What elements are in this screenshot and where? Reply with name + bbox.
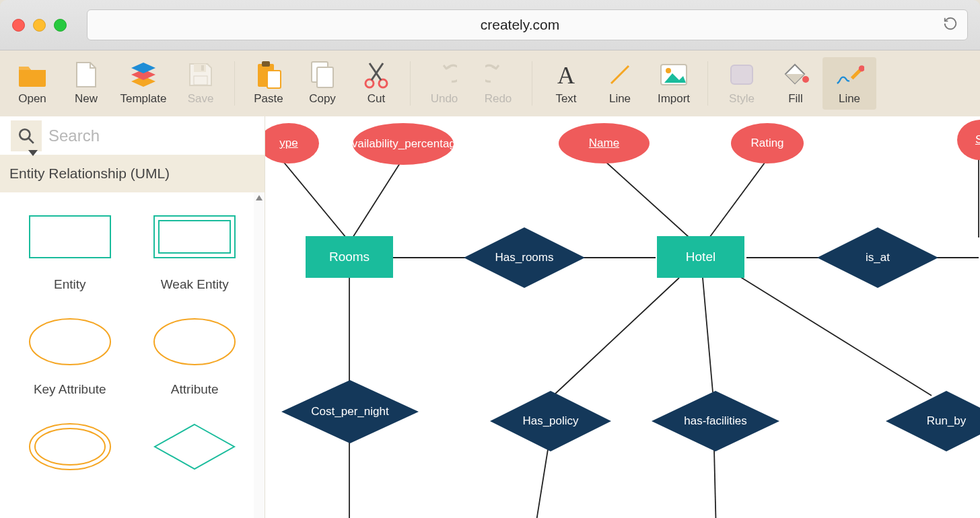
redo-label: Redo	[485, 92, 512, 106]
undo-icon	[429, 61, 459, 88]
paste-icon	[254, 61, 283, 88]
text-icon: A	[551, 61, 581, 88]
import-button[interactable]: Import	[647, 57, 701, 110]
svg-rect-10	[317, 67, 333, 87]
toolbar-separator	[532, 61, 532, 106]
svg-text:A: A	[557, 62, 575, 87]
paste-button[interactable]: Paste	[242, 57, 295, 110]
undo-label: Undo	[431, 92, 458, 106]
svg-rect-27	[154, 216, 235, 258]
toolbar-separator	[234, 61, 235, 106]
svg-marker-33	[155, 424, 234, 469]
svg-line-13	[372, 63, 383, 80]
close-window-button[interactable]	[12, 19, 25, 32]
maximize-window-button[interactable]	[54, 19, 67, 32]
svg-rect-28	[159, 221, 230, 253]
relationship-has-policy[interactable]: Has_policy	[490, 391, 611, 451]
svg-point-21	[802, 76, 809, 83]
shape-attribute[interactable]: Attribute	[136, 315, 254, 397]
shape-multi-attribute[interactable]	[11, 420, 129, 474]
svg-line-36	[604, 160, 689, 237]
palette-scrollbar[interactable]	[254, 192, 265, 518]
svg-point-24	[20, 129, 30, 139]
diagram-canvas[interactable]: ype Availability_percentage Name Rating …	[265, 116, 980, 518]
cut-button[interactable]: Cut	[349, 57, 403, 110]
save-icon	[186, 61, 215, 88]
svg-rect-7	[262, 61, 270, 67]
relationship-has-rooms[interactable]: Has_rooms	[464, 227, 585, 288]
line-style-button[interactable]: Line	[823, 57, 876, 110]
dropdown-notch-icon	[28, 150, 38, 156]
template-label: Template	[120, 92, 167, 106]
shape-relationship[interactable]	[136, 420, 254, 474]
svg-rect-3	[194, 64, 206, 72]
attribute-availability[interactable]: Availability_percentage	[353, 123, 454, 165]
fill-button[interactable]: Fill	[769, 57, 823, 110]
shape-entity-label: Entity	[54, 277, 86, 292]
save-label: Save	[188, 92, 214, 106]
relationship-has-facilities[interactable]: has-facilities	[652, 391, 779, 451]
traffic-lights	[12, 19, 67, 32]
svg-point-32	[35, 429, 105, 465]
entity-rooms[interactable]: Rooms	[306, 236, 393, 278]
import-label: Import	[658, 92, 690, 106]
search-input[interactable]	[48, 126, 254, 145]
copy-icon	[308, 61, 337, 88]
copy-button[interactable]: Copy	[295, 57, 349, 110]
svg-rect-4	[201, 65, 204, 71]
shape-weak-entity-label: Weak Entity	[161, 277, 229, 292]
pencil-line-icon	[835, 61, 864, 88]
svg-line-16	[611, 66, 629, 83]
shape-entity[interactable]: Entity	[11, 210, 129, 292]
svg-line-43	[553, 278, 679, 396]
new-button[interactable]: New	[59, 57, 113, 110]
workspace: Entity Relationship (UML) Entity Weak En…	[0, 116, 980, 518]
shape-key-attribute[interactable]: Key Attribute	[11, 315, 129, 397]
svg-line-45	[736, 274, 932, 396]
url-text: creately.com	[97, 17, 943, 33]
relationship-run-by[interactable]: Run_by	[886, 391, 980, 451]
relationship-cost-per-night[interactable]: Cost_per_night	[281, 380, 419, 443]
toolbar-separator	[707, 61, 708, 106]
minimize-window-button[interactable]	[33, 19, 46, 32]
line-icon	[605, 61, 635, 88]
template-icon	[129, 61, 158, 88]
new-label: New	[75, 92, 98, 106]
fill-label: Fill	[788, 92, 803, 106]
open-button[interactable]: Open	[5, 57, 59, 110]
undo-button[interactable]: Undo	[417, 57, 471, 110]
svg-line-47	[714, 449, 716, 518]
save-button[interactable]: Save	[174, 57, 228, 110]
text-tool-button[interactable]: A Text	[539, 57, 593, 110]
style-icon	[727, 61, 757, 88]
line-tool-button[interactable]: Line	[593, 57, 647, 110]
shape-weak-entity[interactable]: Weak Entity	[136, 210, 254, 292]
cut-label: Cut	[368, 92, 385, 106]
svg-line-44	[703, 278, 713, 392]
line-style-label: Line	[839, 92, 860, 106]
paste-label: Paste	[254, 92, 283, 106]
search-icon[interactable]	[11, 120, 42, 151]
svg-line-35	[353, 163, 400, 237]
open-label: Open	[18, 92, 46, 106]
toolbar: Open New Template Save Paste	[0, 50, 980, 116]
svg-point-18	[666, 68, 671, 73]
svg-line-46	[534, 449, 548, 518]
refresh-icon[interactable]	[943, 16, 958, 34]
url-bar[interactable]: creately.com	[87, 9, 968, 40]
entity-hotel[interactable]: Hotel	[657, 236, 744, 278]
attribute-name[interactable]: Name	[559, 123, 650, 163]
search-row	[0, 116, 265, 155]
diagram-edges	[265, 116, 980, 518]
style-button[interactable]: Style	[715, 57, 769, 110]
scroll-up-icon	[256, 195, 262, 200]
shape-category-header[interactable]: Entity Relationship (UML)	[0, 155, 265, 192]
attribute-rating[interactable]: Rating	[731, 123, 804, 163]
relationship-is-at[interactable]: is_at	[817, 227, 938, 288]
redo-button[interactable]: Redo	[471, 57, 525, 110]
browser-chrome: creately.com	[0, 0, 980, 50]
template-button[interactable]: Template	[113, 57, 174, 110]
shape-key-attribute-label: Key Attribute	[34, 382, 106, 397]
redo-icon	[483, 61, 513, 88]
shape-sidebar: Entity Relationship (UML) Entity Weak En…	[0, 116, 265, 518]
